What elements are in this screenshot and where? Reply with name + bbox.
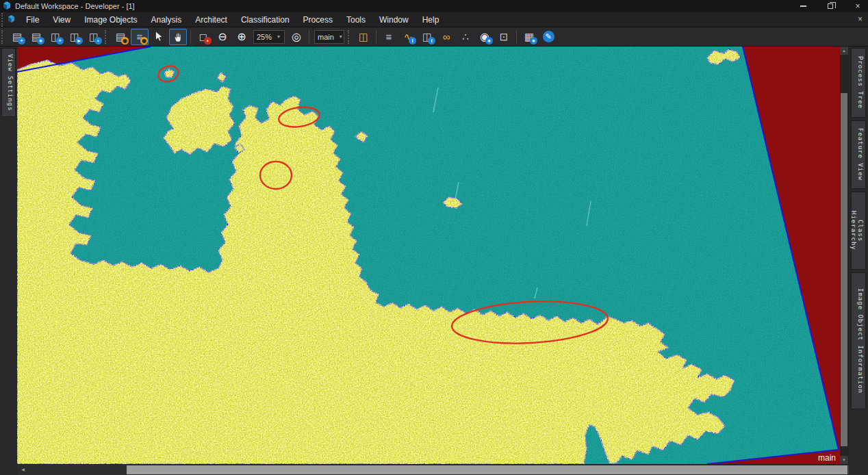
gear-badge-icon: ●	[485, 37, 493, 44]
zoom-area-button[interactable]: ◻▪	[194, 29, 212, 45]
class-view-button[interactable]: ◉●	[476, 29, 494, 45]
open-map-button[interactable]: ◫▪	[85, 29, 103, 45]
vertical-scroll-thumb[interactable]	[841, 93, 847, 446]
work-area: View Settings	[0, 47, 868, 475]
zoom-out-icon: ⊖	[218, 31, 227, 42]
toolbar-separator	[516, 30, 517, 44]
eye-badge-icon: ◉	[140, 37, 148, 44]
magnifier-box-icon: ⊡	[500, 31, 509, 42]
menubar-grip[interactable]	[1, 13, 5, 27]
menu-bar: File View Image Objects Analysis Archite…	[0, 12, 868, 27]
left-dock-strip: View Settings	[0, 47, 17, 475]
horizontal-scroll-thumb[interactable]	[127, 465, 847, 474]
open-workspace-button[interactable]: ▤●	[27, 29, 45, 45]
restore-button[interactable]	[823, 1, 838, 12]
toolbar: ▤+ ▤● ◫+ ◫▸ ◫▪ ▤◉ ≡◉ ◻▪ ⊖ ⊕ 25% ▾ ◎ main	[0, 27, 868, 47]
classified-scene	[17, 47, 840, 464]
add-badge-icon: +	[56, 37, 64, 44]
ecognition-window: Default Workspace - Developer - [1] × Fi…	[0, 0, 868, 475]
menu-window[interactable]: Window	[372, 13, 416, 27]
add-badge-icon: +	[18, 37, 25, 44]
tab-image-object-information[interactable]: Image Object Information	[851, 272, 866, 409]
zoom-badge-icon: ▪	[204, 37, 212, 44]
menu-image-objects[interactable]: Image Objects	[77, 13, 144, 27]
menu-architect[interactable]: Architect	[188, 13, 234, 27]
menu-file[interactable]: File	[19, 13, 46, 27]
pixel-view-button[interactable]: ▤◉	[112, 29, 129, 45]
toolbar-separator	[376, 30, 376, 44]
app-icon-small	[8, 15, 15, 25]
add-map-button[interactable]: ◫+	[47, 29, 64, 45]
minimize-button[interactable]	[795, 1, 810, 12]
toolbar-grip-3[interactable]	[348, 30, 351, 44]
right-dock-strip: Process Tree Feature View Class Hierarch…	[849, 47, 868, 475]
metadata-info-button[interactable]: ◫i	[418, 29, 436, 45]
horizontal-scrollbar[interactable]: ◀ ▶	[17, 465, 858, 475]
active-map-select[interactable]: main ▾	[314, 30, 344, 44]
toolbar-grip-2[interactable]	[105, 30, 108, 44]
zoom-out-button[interactable]: ⊖	[214, 29, 231, 45]
pencil-icon: ✎	[543, 31, 554, 42]
chevron-down-icon: ▾	[277, 34, 280, 40]
scroll-left-icon[interactable]: ◀	[18, 465, 27, 474]
zoom-in-icon: ⊕	[237, 31, 246, 42]
app-icon	[3, 1, 11, 11]
classification-glasses-button[interactable]: ∞	[437, 29, 455, 45]
navigate-button[interactable]: ◎	[288, 29, 305, 45]
info-badge-icon: i	[428, 37, 435, 44]
pan-hand-button[interactable]	[169, 29, 187, 45]
menu-help[interactable]: Help	[416, 13, 446, 27]
window-split-button[interactable]: ◫	[355, 29, 372, 45]
eye-badge-icon: ◉	[121, 37, 129, 44]
toolbar-grip-1[interactable]	[1, 30, 5, 44]
toolbar-separator	[309, 30, 309, 44]
active-map-value: main	[318, 33, 334, 41]
gear-badge-icon: ●	[530, 37, 537, 44]
samples-button[interactable]: ∴	[457, 29, 474, 45]
folder-badge-icon: ▪	[94, 37, 102, 44]
info-badge-icon: i	[409, 37, 416, 44]
menu-analysis[interactable]: Analysis	[144, 13, 189, 27]
menu-view[interactable]: View	[46, 13, 77, 27]
map-viewer[interactable]: main	[17, 47, 840, 464]
cursor-arrow-icon	[154, 31, 164, 42]
edit-vectors-button[interactable]: ✎	[539, 29, 557, 45]
split-layout-icon: ◫	[359, 31, 368, 42]
insert-map-button[interactable]: ◫▸	[66, 29, 84, 45]
document-close-icon[interactable]: ×	[858, 14, 863, 24]
manage-features-button[interactable]: ▦●	[520, 29, 538, 45]
levels-icon: ≡	[386, 31, 392, 42]
chevron-down-icon: ▾	[340, 34, 342, 40]
zoom-level-select[interactable]: 25% ▾	[253, 30, 285, 44]
curve-info-button[interactable]: ∿i	[399, 29, 417, 45]
tab-class-hierarchy[interactable]: Class Hierarchy	[851, 192, 866, 270]
zoom-level-value: 25%	[257, 33, 272, 41]
tab-process-tree[interactable]: Process Tree	[851, 48, 866, 118]
zoom-selection-button[interactable]: ⊡	[495, 29, 513, 45]
samples-icon: ∴	[462, 31, 469, 42]
navigate-icon: ◎	[292, 31, 301, 42]
scroll-down-icon[interactable]: ▼	[840, 456, 848, 464]
object-levels-button[interactable]: ≡	[380, 29, 398, 45]
scroll-up-icon[interactable]: ▲	[840, 47, 848, 55]
toolbar-separator	[190, 30, 191, 44]
zoom-in-button[interactable]: ⊕	[233, 29, 251, 45]
menu-classification[interactable]: Classification	[234, 13, 296, 27]
new-project-button[interactable]: ▤+	[8, 29, 26, 45]
vertical-scrollbar[interactable]: ▲ ▼	[840, 47, 848, 464]
hand-icon	[173, 31, 183, 42]
map-name-label: main	[818, 453, 836, 463]
glasses-icon: ∞	[443, 31, 450, 42]
tab-feature-view[interactable]: Feature View	[851, 120, 866, 189]
window-title: Default Workspace - Developer - [1]	[15, 2, 135, 10]
menu-process[interactable]: Process	[296, 13, 340, 27]
tab-view-settings[interactable]: View Settings	[1, 48, 16, 117]
object-mean-view-button[interactable]: ≡◉	[131, 29, 149, 45]
title-bar: Default Workspace - Developer - [1] ×	[0, 0, 868, 12]
select-cursor-button[interactable]	[150, 29, 168, 45]
close-button[interactable]: ×	[850, 1, 865, 12]
menu-tools[interactable]: Tools	[340, 13, 372, 27]
lock-badge-icon: ●	[37, 37, 44, 44]
insert-badge-icon: ▸	[75, 37, 83, 44]
